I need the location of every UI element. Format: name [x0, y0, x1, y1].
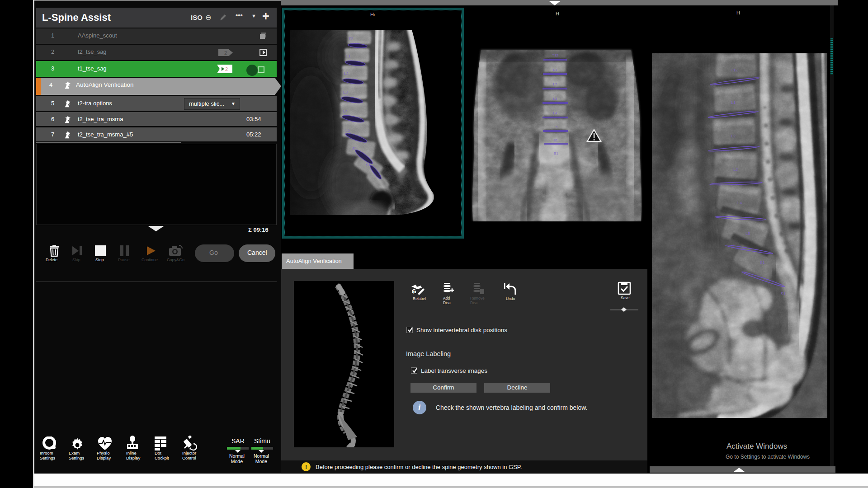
svg-text:T12: T12: [731, 68, 738, 72]
svg-text:S1: S1: [760, 260, 764, 265]
svg-text:L3: L3: [733, 167, 738, 172]
svg-text:L5: L5: [554, 125, 558, 129]
svg-text:L4: L4: [737, 201, 742, 205]
svg-text:L2: L2: [344, 71, 349, 76]
svg-text:S1: S1: [366, 163, 371, 167]
svg-text:L1: L1: [553, 68, 557, 72]
svg-text:S1: S1: [554, 151, 558, 155]
svg-text:L5: L5: [345, 128, 350, 132]
svg-text:L4: L4: [553, 111, 557, 115]
svg-text:L5: L5: [745, 231, 750, 236]
svg-text:2: 2: [224, 50, 227, 56]
svg-text:S1: S1: [553, 138, 558, 142]
svg-text:T2: T2: [349, 37, 354, 41]
svg-text:L1: L1: [731, 100, 736, 105]
svg-text:L3: L3: [343, 90, 348, 94]
svg-text:ⓘ: ⓘ: [413, 290, 417, 294]
svg-text:L1: L1: [346, 54, 351, 58]
svg-text:L2: L2: [731, 134, 736, 138]
svg-text:S1: S1: [780, 291, 785, 296]
svg-text:S1: S1: [352, 146, 357, 151]
svg-text:L3: L3: [553, 97, 557, 101]
svg-text:L4: L4: [343, 109, 348, 113]
svg-text:L2: L2: [553, 82, 557, 86]
svg-text:2: 2: [225, 66, 228, 72]
svg-text:T12: T12: [552, 53, 558, 57]
